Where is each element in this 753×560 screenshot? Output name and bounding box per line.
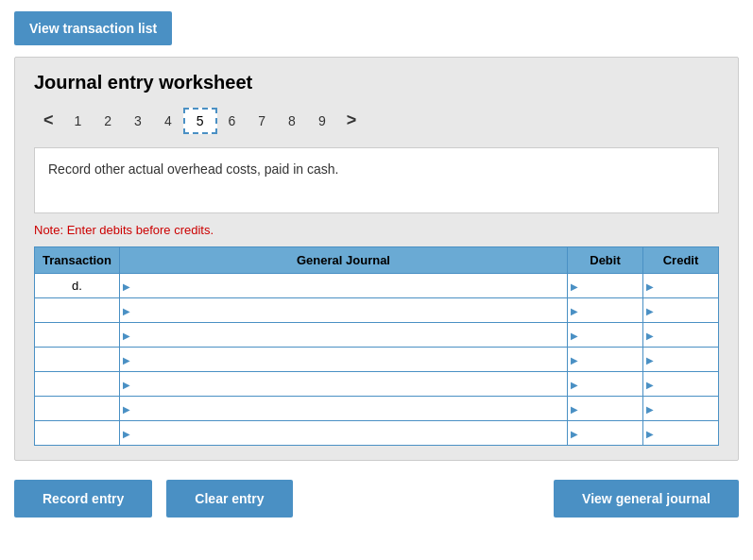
debit-cell-2[interactable] [568, 298, 643, 323]
table-row [35, 348, 719, 372]
general-journal-input-2[interactable] [120, 298, 567, 322]
col-general-journal: General Journal [120, 247, 568, 274]
credit-input-5[interactable] [643, 372, 718, 396]
general-journal-input-5[interactable] [120, 372, 567, 396]
col-debit: Debit [568, 247, 643, 274]
credit-cell-4[interactable] [643, 348, 719, 372]
credit-cell-1[interactable] [643, 274, 719, 298]
transaction-cell-6 [35, 397, 120, 421]
table-row [35, 323, 719, 348]
credit-input-1[interactable] [643, 274, 718, 297]
credit-input-6[interactable] [643, 397, 718, 420]
transaction-cell-5 [35, 372, 120, 397]
general-journal-input-4[interactable] [120, 348, 567, 371]
page-1[interactable]: 1 [63, 110, 94, 132]
page-9[interactable]: 9 [307, 110, 337, 132]
journal-table: Transaction General Journal Debit Credit… [34, 246, 719, 446]
col-transaction: Transaction [35, 247, 120, 274]
pagination: < 1 2 3 4 5 6 7 8 9 > [34, 107, 719, 134]
view-transaction-button[interactable]: View transaction list [14, 11, 172, 45]
general-journal-input-7[interactable] [120, 421, 567, 445]
table-row [35, 372, 719, 397]
description-text: Record other actual overhead costs, paid… [48, 161, 338, 177]
general-journal-cell-1[interactable] [120, 274, 568, 298]
debit-cell-6[interactable] [568, 397, 643, 421]
general-journal-input-3[interactable] [120, 323, 567, 347]
table-row [35, 397, 719, 421]
top-bar: View transaction list [0, 0, 753, 57]
col-credit: Credit [643, 247, 719, 274]
worksheet-container: Journal entry worksheet < 1 2 3 4 5 6 7 … [14, 57, 739, 461]
transaction-cell-2 [35, 298, 120, 323]
transaction-cell-3 [35, 323, 120, 348]
page-8[interactable]: 8 [277, 110, 307, 132]
general-journal-cell-5[interactable] [120, 372, 568, 397]
table-row [35, 298, 719, 323]
next-page-button[interactable]: > [337, 107, 367, 134]
page-6[interactable]: 6 [217, 110, 248, 132]
page-7[interactable]: 7 [247, 110, 277, 132]
transaction-cell-1: d. [35, 274, 120, 298]
general-journal-input-1[interactable] [120, 274, 567, 297]
credit-input-3[interactable] [643, 323, 718, 347]
transaction-cell-7 [35, 421, 120, 446]
general-journal-cell-3[interactable] [120, 323, 568, 348]
credit-input-7[interactable] [643, 421, 718, 445]
credit-input-4[interactable] [643, 348, 718, 371]
worksheet-title: Journal entry worksheet [34, 72, 719, 93]
debit-input-6[interactable] [568, 397, 642, 420]
bottom-buttons: Record entry Clear entry View general jo… [0, 470, 753, 527]
credit-cell-5[interactable] [643, 372, 719, 397]
debit-input-7[interactable] [568, 421, 642, 445]
general-journal-input-6[interactable] [120, 397, 567, 420]
debit-cell-3[interactable] [568, 323, 643, 348]
note-text: Note: Enter debits before credits. [34, 223, 719, 237]
debit-input-2[interactable] [568, 298, 642, 322]
general-journal-cell-2[interactable] [120, 298, 568, 323]
page-3[interactable]: 3 [123, 110, 153, 132]
table-row: d. [35, 274, 719, 298]
debit-cell-1[interactable] [568, 274, 643, 298]
transaction-cell-4 [35, 348, 120, 372]
page-4[interactable]: 4 [153, 110, 183, 132]
clear-entry-button[interactable]: Clear entry [166, 480, 292, 518]
debit-cell-4[interactable] [568, 348, 643, 372]
debit-input-3[interactable] [568, 323, 642, 347]
debit-cell-7[interactable] [568, 421, 643, 446]
general-journal-cell-7[interactable] [120, 421, 568, 446]
credit-cell-3[interactable] [643, 323, 719, 348]
record-entry-button[interactable]: Record entry [14, 480, 152, 518]
table-row [35, 421, 719, 446]
credit-cell-7[interactable] [643, 421, 719, 446]
prev-page-button[interactable]: < [34, 107, 63, 134]
general-journal-cell-6[interactable] [120, 397, 568, 421]
page-5[interactable]: 5 [183, 108, 217, 134]
debit-input-1[interactable] [568, 274, 642, 297]
debit-input-4[interactable] [568, 348, 642, 371]
view-general-journal-button[interactable]: View general journal [554, 480, 739, 518]
page-2[interactable]: 2 [93, 110, 123, 132]
credit-cell-6[interactable] [643, 397, 719, 421]
credit-input-2[interactable] [643, 298, 718, 322]
description-box: Record other actual overhead costs, paid… [34, 147, 719, 213]
credit-cell-2[interactable] [643, 298, 719, 323]
debit-input-5[interactable] [568, 372, 642, 396]
general-journal-cell-4[interactable] [120, 348, 568, 372]
debit-cell-5[interactable] [568, 372, 643, 397]
